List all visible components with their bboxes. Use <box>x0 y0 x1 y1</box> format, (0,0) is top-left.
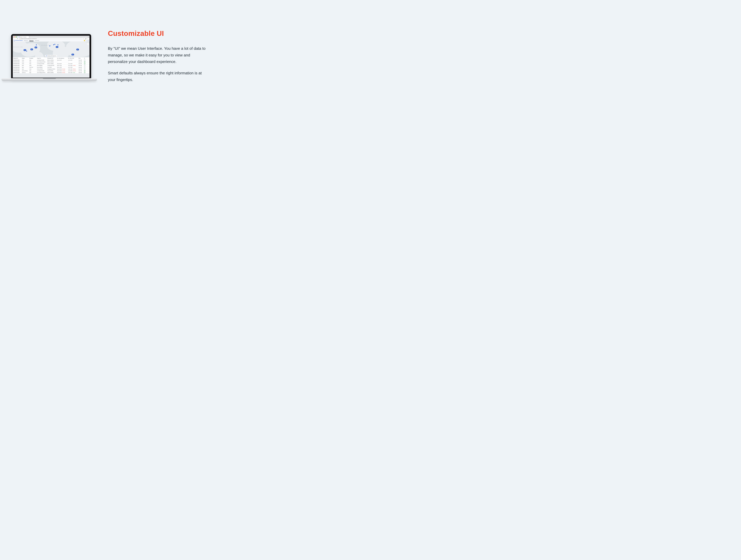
cell-etd: May 25, 2017 <box>57 63 68 64</box>
table-row[interactable]: S00079859-DEMOIngenAviatoEl Paso (USELP)… <box>13 68 89 70</box>
kebab-menu-icon[interactable]: ⋮ <box>88 38 89 39</box>
cell-consignee: Ingen <box>29 72 37 73</box>
status-info-icon: i <box>84 68 85 70</box>
settings-icon[interactable]: ⚙ <box>86 40 87 41</box>
shipments-map[interactable]: North Pacific Ocean North Atlantic Ocean… <box>13 42 89 57</box>
table-row[interactable]: S00091831-DEMOAviatoIngenLaem Chabang (T… <box>13 61 89 63</box>
cell-mode: Ocean ⛴ <box>78 70 83 71</box>
close-icon[interactable] <box>14 37 14 37</box>
map-cluster-bubble[interactable]: 81 <box>71 54 74 56</box>
browser-tab-title: Western Overseas <box>20 37 26 38</box>
map-cluster-bubble[interactable]: 19 <box>30 48 33 50</box>
cell-consignee: Ingen <box>29 70 37 71</box>
cell-shipper: Ingen <box>22 65 29 66</box>
help-icon[interactable]: ⚠ <box>84 40 85 41</box>
status-ok-icon: ✓ <box>84 61 85 63</box>
cell-destination-port: Baltimore (USBAL) <box>48 72 57 73</box>
browser-toolbar: ← → ⟳ 🔒 westernoverseas.logixboard.com/s… <box>13 38 89 40</box>
cell-destination-port: Izmit (TRIZT) <box>48 67 57 68</box>
table-row[interactable]: S00079822-DEMOAperture ScienceIngenLat K… <box>13 70 89 72</box>
table-row[interactable]: S00091809-DEMOAviatoIngenLat Krabang (TH… <box>13 63 89 65</box>
col-status[interactable]: St. <box>84 58 86 59</box>
back-button[interactable]: ← <box>14 38 15 39</box>
cell-shipper: Ingen <box>22 69 29 69</box>
cell-shipper: Aviato <box>22 60 29 61</box>
cell-origin-port: Rome (USRMG) <box>37 67 47 68</box>
window-controls[interactable] <box>14 37 17 37</box>
ship-icon: ⛴ <box>81 69 82 69</box>
cell-consignee: Ingen <box>29 60 37 61</box>
cell-etd: May 08, 2021(+62 days) <box>57 72 68 73</box>
slide-paragraph-2: Smart defaults always ensure the right i… <box>108 70 206 83</box>
cell-origin-port: Laem Chabang (THLCH) <box>37 62 47 62</box>
col-eta[interactable]: Est. Time Arrival <box>68 58 78 59</box>
tab-shipments[interactable]: Shipments <box>29 40 33 42</box>
cell-shipment-id: S00079859-DEMO <box>13 69 21 69</box>
cell-eta: Jul 01, 2021(-2 days) <box>68 72 78 73</box>
tab-close-icon[interactable]: × <box>27 37 28 38</box>
window-menu-icon[interactable]: ● <box>88 37 89 38</box>
status-ok-icon: ✓ <box>84 70 85 71</box>
cell-origin-port: Lat Krabang (THLKR) <box>37 70 47 71</box>
tab-dashboard[interactable]: Dashboard <box>24 40 28 42</box>
ship-icon: ⛴ <box>81 67 82 68</box>
cell-shipment-id: S00091831-DEMO <box>13 62 21 62</box>
cell-status: i <box>84 68 86 70</box>
reload-button[interactable]: ⟳ <box>17 38 18 39</box>
cell-origin-port: Rome (USRMG) <box>37 65 47 66</box>
zoom-in-button[interactable]: + <box>87 43 89 44</box>
cell-consignee: Ingen <box>29 63 37 64</box>
cell-eta: Jul 30, 2021(+59 days) <box>68 69 78 69</box>
table-row[interactable]: S00091809-DEMOIngenAviatoRome (USRMG)Con… <box>13 65 89 66</box>
ship-icon: ⛴ <box>81 72 82 73</box>
map-cluster-bubble[interactable]: 3 <box>56 46 59 48</box>
extensions-icon[interactable]: ✧ <box>84 38 85 39</box>
col-origin-port[interactable]: Origin Port <box>37 58 47 59</box>
cell-eta: Jun 26, 2021(+6 days) <box>68 65 78 66</box>
brand[interactable]: WESTERN OVERSEAS <box>14 40 23 41</box>
avatar[interactable] <box>87 40 89 41</box>
map-cluster-bubble[interactable]: 56 <box>35 46 37 49</box>
browser-action-icons: ⚲ ✧ ▣ ☻ ⋮ <box>83 38 89 39</box>
col-mode[interactable]: Mode <box>78 58 83 59</box>
search-icon[interactable]: ⚲ <box>83 38 83 39</box>
cell-shipment-id: S00091809-DEMO <box>13 63 21 64</box>
col-shipper[interactable]: Shipper <box>22 58 29 59</box>
map-cluster-bubble[interactable]: 12 <box>76 49 79 51</box>
maximize-icon[interactable] <box>16 37 17 37</box>
table-row[interactable]: S00079950-DEMOIngenTyrell CorpRome (USRM… <box>13 66 89 68</box>
col-destination-port[interactable]: Destination Port <box>48 58 57 59</box>
table-row[interactable]: S00095259-DEMOAviatoIngenLat Krabang (TH… <box>13 59 89 61</box>
col-shipment-id[interactable]: Shipment ID▾ <box>13 58 21 59</box>
cell-etd: May 11, 2021 <box>57 67 68 68</box>
app-tabs: Dashboard Shipments Accounting <box>24 40 39 42</box>
map-label-pacific: North Pacific Ocean <box>13 47 23 48</box>
map-zoom-controls: + − <box>87 42 89 45</box>
cell-etd: - - <box>57 62 68 62</box>
cell-status: i <box>84 65 86 66</box>
cell-shipment-id: S00079822-DEMO <box>13 70 21 71</box>
cast-icon[interactable]: ▣ <box>85 38 86 39</box>
address-bar[interactable]: 🔒 westernoverseas.logixboard.com/shipmen… <box>19 38 82 39</box>
cell-origin-port: Lat Krabang (THLKR) <box>37 60 47 61</box>
cell-mode: Ocean ⛴ <box>78 67 83 68</box>
laptop-mockup: Western Overseas × + ● ← → ⟳ 🔒 westernov… <box>1 34 97 87</box>
zoom-out-button[interactable]: − <box>87 44 89 45</box>
app-header-actions: ⚠ ⚙ <box>84 40 89 41</box>
table-row[interactable]: S00079714-DEMOTyrell CorpIngenLaem Chaba… <box>13 72 89 73</box>
forward-button[interactable]: → <box>15 38 17 39</box>
cell-shipper: Ingen <box>22 67 29 68</box>
cell-status: i <box>84 59 86 61</box>
tab-accounting[interactable]: Accounting <box>35 40 39 42</box>
cell-etd: May 16, 2017 <box>57 60 68 61</box>
new-tab-button[interactable]: + <box>29 36 30 38</box>
browser-tab[interactable]: Western Overseas × <box>18 36 29 38</box>
col-etd[interactable]: Est. Time Departure <box>57 58 68 59</box>
cell-shipment-id: S00079714-DEMO <box>13 72 21 73</box>
col-consignee[interactable]: Consignee <box>29 58 37 59</box>
cell-mode: Ocean ⛴ <box>78 69 83 69</box>
profile-icon[interactable]: ☻ <box>86 38 87 39</box>
brand-name: WESTERN OVERSEAS <box>15 40 23 41</box>
cell-etd: May 07, 2021 <box>57 65 68 66</box>
minimize-icon[interactable] <box>15 37 15 37</box>
